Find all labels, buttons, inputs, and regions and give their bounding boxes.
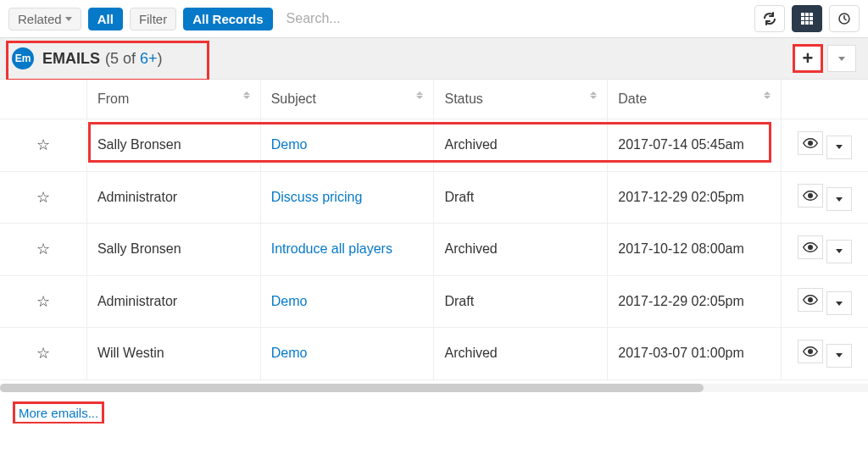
svg-rect-2	[810, 13, 813, 16]
cell-from: Administrator	[86, 171, 260, 224]
preview-button[interactable]	[798, 288, 823, 312]
count-link[interactable]: 6+	[140, 50, 158, 67]
refresh-icon	[763, 12, 776, 25]
svg-rect-7	[805, 21, 809, 25]
filter-button[interactable]: Filter	[130, 8, 176, 30]
column-actions	[782, 80, 868, 119]
chevron-down-icon	[836, 249, 843, 253]
cell-date: 2017-10-12 08:00am	[608, 224, 782, 276]
chevron-down-icon	[836, 353, 843, 357]
entity-badge: Em	[12, 47, 34, 69]
star-icon[interactable]: ☆	[36, 188, 50, 207]
cell-status: Archived	[434, 328, 608, 380]
eye-icon	[803, 137, 818, 149]
subject-link[interactable]: Demo	[271, 137, 308, 152]
svg-rect-0	[801, 13, 804, 16]
star-icon[interactable]: ☆	[36, 136, 50, 154]
grid-icon	[800, 12, 814, 25]
table-row[interactable]: ☆AdministratorDemoDraft2017-12-29 02:05p…	[0, 275, 868, 328]
row-menu-button[interactable]	[826, 344, 852, 368]
panel-title: EMAILS	[42, 50, 100, 68]
preview-button[interactable]	[798, 131, 823, 155]
sort-icon	[764, 91, 771, 99]
eye-icon	[803, 190, 818, 202]
more-emails-link[interactable]: More emails...	[14, 402, 103, 423]
chevron-down-icon	[836, 197, 843, 202]
cell-status: Archived	[434, 119, 608, 172]
cell-status: Draft	[434, 275, 608, 328]
refresh-button[interactable]	[754, 5, 785, 32]
star-icon[interactable]: ☆	[36, 292, 50, 311]
svg-point-10	[809, 141, 813, 146]
svg-point-12	[809, 246, 813, 250]
table-row[interactable]: ☆Will WestinDemoArchived2017-03-07 01:00…	[0, 328, 868, 380]
emails-table: From Subject Status Date ☆Sally BronsenD…	[0, 80, 868, 380]
related-label: Related	[18, 12, 62, 26]
svg-rect-3	[801, 17, 804, 20]
panel-count: (5 of 6+)	[105, 50, 163, 68]
add-button[interactable]: +	[793, 45, 822, 72]
cell-date: 2017-12-29 02:05pm	[608, 275, 782, 328]
activity-view-button[interactable]	[829, 5, 860, 32]
subject-link[interactable]: Demo	[271, 294, 308, 308]
cell-from: Will Westin	[86, 328, 260, 380]
column-favorite	[0, 80, 86, 119]
row-menu-button[interactable]	[826, 240, 852, 263]
chevron-down-icon	[836, 145, 843, 149]
chevron-down-icon	[838, 57, 845, 61]
eye-icon	[803, 294, 818, 306]
horizontal-scrollbar[interactable]	[0, 384, 868, 392]
preview-button[interactable]	[798, 235, 823, 259]
chevron-down-icon	[836, 302, 843, 306]
cell-from: Sally Bronsen	[86, 119, 260, 172]
subject-link[interactable]: Discuss pricing	[271, 190, 363, 204]
scrollbar-thumb[interactable]	[0, 384, 704, 392]
chevron-down-icon	[65, 17, 72, 21]
svg-rect-5	[810, 17, 813, 20]
svg-rect-4	[805, 17, 809, 20]
svg-point-13	[809, 297, 813, 302]
eye-icon	[803, 241, 818, 253]
panel-header: Em EMAILS (5 of 6+) +	[0, 38, 868, 80]
column-from[interactable]: From	[86, 80, 260, 119]
preview-button[interactable]	[798, 340, 823, 363]
cell-status: Draft	[434, 171, 608, 224]
all-records-button[interactable]: All Records	[183, 8, 272, 30]
cell-date: 2017-12-29 02:05pm	[608, 171, 782, 224]
search-input[interactable]	[280, 6, 748, 31]
star-icon[interactable]: ☆	[36, 344, 50, 363]
svg-rect-6	[801, 21, 804, 25]
row-menu-button[interactable]	[826, 136, 852, 159]
svg-rect-1	[805, 13, 809, 16]
related-dropdown[interactable]: Related	[8, 8, 81, 30]
sort-icon	[416, 91, 423, 99]
cell-from: Sally Bronsen	[86, 224, 260, 276]
row-menu-button[interactable]	[826, 291, 852, 315]
svg-point-11	[809, 193, 813, 197]
svg-rect-8	[810, 21, 813, 25]
column-date[interactable]: Date	[608, 80, 782, 119]
cell-date: 2017-03-07 01:00pm	[608, 328, 782, 380]
cell-from: Administrator	[86, 275, 260, 328]
star-icon[interactable]: ☆	[36, 240, 50, 258]
plus-icon: +	[803, 49, 814, 68]
grid-view-button[interactable]	[792, 5, 822, 32]
table-row[interactable]: ☆Sally BronsenIntroduce all playersArchi…	[0, 224, 868, 276]
preview-button[interactable]	[798, 184, 823, 208]
cell-date: 2017-07-14 05:45am	[608, 119, 782, 172]
table-row[interactable]: ☆Sally BronsenDemoArchived2017-07-14 05:…	[0, 119, 868, 172]
subject-link[interactable]: Demo	[271, 346, 308, 360]
sort-icon	[590, 91, 597, 99]
subject-link[interactable]: Introduce all players	[271, 241, 392, 256]
column-status[interactable]: Status	[434, 80, 608, 119]
row-menu-button[interactable]	[826, 187, 852, 211]
panel-menu-button[interactable]	[827, 45, 856, 72]
sort-icon	[243, 91, 250, 99]
all-button[interactable]: All	[88, 8, 123, 30]
cell-status: Archived	[434, 224, 608, 276]
top-toolbar: Related All Filter All Records	[0, 0, 868, 38]
table-row[interactable]: ☆AdministratorDiscuss pricingDraft2017-1…	[0, 171, 868, 224]
column-subject[interactable]: Subject	[260, 80, 434, 119]
clock-icon	[837, 12, 851, 25]
svg-point-14	[809, 350, 813, 354]
